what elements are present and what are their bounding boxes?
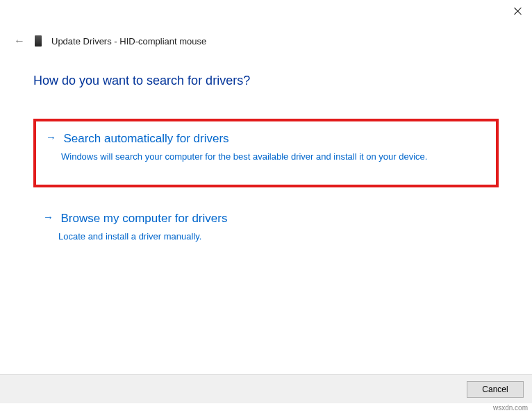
close-icon[interactable]: [514, 7, 522, 15]
option-browse-computer[interactable]: → Browse my computer for drivers Locate …: [33, 201, 499, 264]
device-icon: [35, 35, 42, 47]
window-title: Update Drivers - HID-compliant mouse: [51, 36, 206, 47]
option-description: Locate and install a driver manually.: [58, 230, 489, 244]
dialog-header: ← Update Drivers - HID-compliant mouse: [0, 22, 532, 47]
watermark: wsxdn.com: [493, 404, 528, 412]
titlebar: [0, 0, 532, 22]
page-heading: How do you want to search for drivers?: [33, 74, 499, 88]
option-title: Search automatically for drivers: [63, 132, 228, 145]
option-title: Browse my computer for drivers: [60, 212, 227, 225]
back-arrow-icon[interactable]: ←: [14, 35, 25, 47]
arrow-right-icon: →: [43, 211, 53, 223]
option-description: Windows will search your computer for th…: [61, 150, 486, 164]
option-search-automatically[interactable]: → Search automatically for drivers Windo…: [33, 119, 499, 187]
arrow-right-icon: →: [46, 131, 56, 143]
dialog-content: How do you want to search for drivers? →…: [0, 47, 532, 264]
cancel-button[interactable]: Cancel: [467, 381, 524, 398]
dialog-footer: Cancel: [0, 374, 532, 403]
